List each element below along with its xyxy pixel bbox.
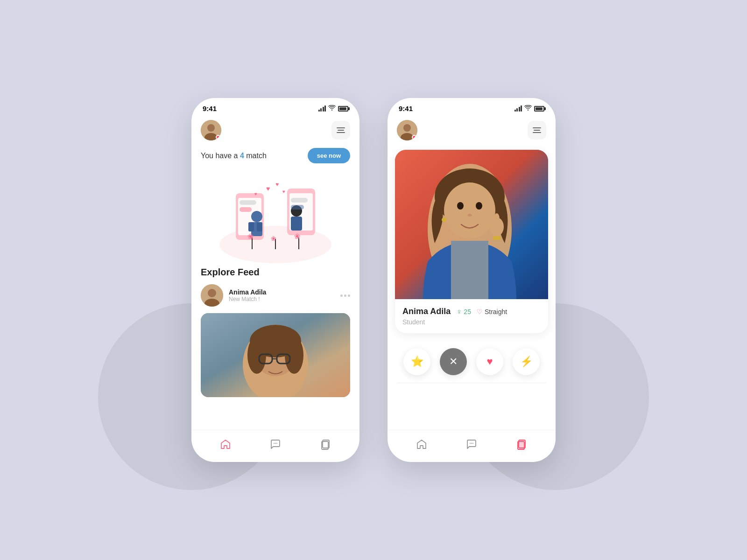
- svg-text:❀: ❀: [247, 232, 254, 240]
- svg-rect-14: [248, 222, 254, 231]
- svg-point-59: [494, 213, 500, 224]
- svg-point-51: [444, 182, 495, 238]
- svg-text:♥: ♥: [275, 181, 279, 188]
- gender-icon: ♀: [456, 308, 462, 316]
- feed-photo-1: [201, 313, 350, 397]
- svg-point-52: [457, 202, 464, 210]
- svg-point-42: [276, 443, 277, 444]
- signal-icon-2: [514, 105, 522, 112]
- profile-name-row: Anima Adila ♀ 25 ♡ Straight: [402, 307, 541, 316]
- filter-button-1[interactable]: [331, 121, 350, 140]
- svg-point-35: [247, 336, 266, 374]
- battery-icon-2: [534, 106, 544, 112]
- phone-1: 9:41: [191, 98, 359, 462]
- feed-more-1[interactable]: [340, 294, 350, 297]
- explore-feed-title: Explore Feed: [201, 267, 350, 278]
- orientation-text: Straight: [485, 308, 507, 315]
- svg-rect-25: [240, 207, 252, 212]
- avatar-2[interactable]: [397, 120, 417, 140]
- nav-chat-1[interactable]: [269, 438, 282, 451]
- nav-cards-1[interactable]: [319, 438, 332, 451]
- nav-chat-2[interactable]: [465, 438, 478, 451]
- nav-home-2[interactable]: [415, 438, 428, 451]
- phone-header-2: [388, 116, 556, 146]
- match-banner: You have a 4 match see now: [191, 146, 359, 170]
- feed-subtitle-1: New Match !: [229, 296, 340, 302]
- svg-point-46: [403, 124, 411, 132]
- svg-rect-58: [493, 236, 500, 240]
- status-bar-2: 9:41: [388, 98, 556, 116]
- svg-point-61: [471, 443, 472, 444]
- svg-text:❀: ❀: [271, 235, 276, 242]
- avatar-1[interactable]: [201, 120, 221, 140]
- svg-point-53: [476, 202, 482, 210]
- svg-point-54: [467, 214, 472, 217]
- phone-2: 9:41: [388, 98, 556, 462]
- bottom-divider: [397, 383, 546, 383]
- feed-name-1: Anima Adila: [229, 288, 340, 296]
- feed-avatar-1: [201, 284, 223, 307]
- svg-point-41: [275, 443, 276, 444]
- svg-text:❀: ❀: [294, 232, 300, 240]
- action-buttons: ⭐ ✕ ♥ ⚡: [388, 337, 556, 383]
- svg-point-12: [251, 211, 262, 222]
- profile-gender: ♀ 25: [456, 308, 471, 316]
- star-button[interactable]: ⭐: [403, 348, 430, 375]
- svg-rect-15: [257, 222, 262, 231]
- svg-point-55: [442, 217, 446, 222]
- svg-text:♥: ♥: [282, 189, 285, 194]
- illustration: ♥ ♥ ♥ ♥ ❀ ❀ ❀: [191, 170, 359, 263]
- svg-point-29: [208, 289, 216, 297]
- profile-photo: [395, 150, 548, 299]
- filter-icon-2: [533, 127, 541, 133]
- svg-text:♥: ♥: [266, 185, 270, 192]
- svg-rect-17: [291, 217, 302, 231]
- see-now-button[interactable]: see now: [308, 148, 350, 163]
- status-time-1: 9:41: [203, 105, 217, 112]
- signal-icon-1: [318, 105, 326, 112]
- bottom-nav-2: [388, 430, 556, 462]
- nav-cards-2[interactable]: [515, 438, 528, 451]
- orientation-icon: ♡: [477, 308, 483, 315]
- wifi-icon-1: [328, 105, 336, 112]
- scroll-content-1: Explore Feed Anima Adila New Match !: [191, 267, 359, 430]
- battery-icon-1: [338, 106, 348, 112]
- nav-home-1[interactable]: [219, 438, 232, 451]
- svg-text:♥: ♥: [254, 191, 257, 196]
- profile-card: Anima Adila ♀ 25 ♡ Straight Student: [395, 150, 548, 333]
- filter-button-2[interactable]: [528, 121, 546, 140]
- status-icons-2: [514, 105, 545, 112]
- svg-rect-27: [291, 205, 304, 210]
- match-text: You have a 4 match: [201, 152, 267, 160]
- profile-age: 25: [464, 308, 471, 315]
- status-bar-1: 9:41: [191, 98, 359, 116]
- feed-item-1: Anima Adila New Match !: [201, 284, 350, 307]
- status-icons-1: [318, 105, 349, 112]
- dislike-button[interactable]: ✕: [440, 348, 467, 375]
- profile-info: Anima Adila ♀ 25 ♡ Straight Student: [395, 299, 548, 333]
- profile-orientation: ♡ Straight: [477, 308, 507, 315]
- boost-button[interactable]: ⚡: [513, 348, 540, 375]
- status-time-2: 9:41: [399, 105, 413, 112]
- svg-point-62: [472, 443, 473, 444]
- like-button[interactable]: ♥: [476, 348, 503, 375]
- feed-photo-glasses: [201, 313, 350, 397]
- profile-name: Anima Adila: [402, 307, 451, 316]
- svg-point-40: [274, 443, 275, 444]
- svg-rect-64: [519, 440, 525, 448]
- svg-rect-26: [291, 198, 308, 203]
- match-count: 4: [240, 152, 244, 160]
- wifi-icon-2: [524, 105, 532, 112]
- svg-rect-24: [240, 200, 256, 205]
- profile-job: Student: [402, 318, 541, 326]
- svg-point-1: [207, 124, 215, 132]
- feed-info-1: Anima Adila New Match !: [229, 288, 340, 302]
- svg-point-60: [470, 443, 471, 444]
- phone-header-1: [191, 116, 359, 146]
- explore-feed: Explore Feed Anima Adila New Match !: [191, 267, 359, 397]
- bottom-nav-1: [191, 430, 359, 462]
- filter-icon-1: [337, 127, 345, 133]
